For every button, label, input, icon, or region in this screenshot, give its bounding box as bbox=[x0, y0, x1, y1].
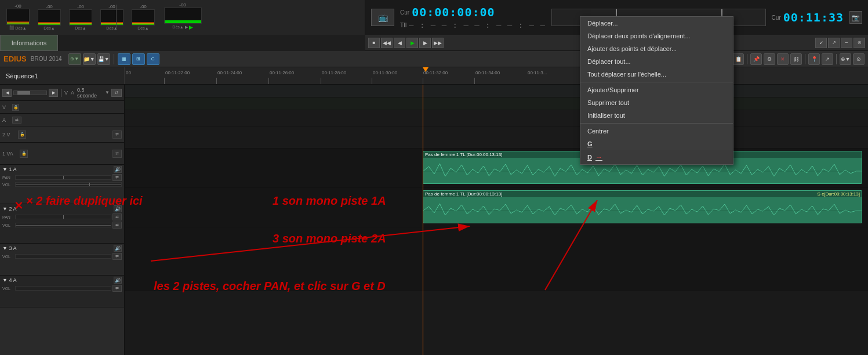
camera-icon[interactable]: 📷 bbox=[849, 11, 862, 24]
track-label-1va: 1 VA 🔒 ⇄ bbox=[0, 143, 124, 165]
clip-2a-label: Pas de femme 1 TL [Dur:00:00:13:13] bbox=[425, 191, 502, 197]
cur2-label: Cur bbox=[772, 15, 781, 21]
menu-item-deplacer-tout[interactable]: Déplacer tout... bbox=[580, 55, 733, 68]
zoom-out-btn[interactable]: − bbox=[841, 38, 852, 48]
cur2-timecode: 00:11:33 bbox=[783, 10, 844, 24]
meter-ch6: -00 Dés▲ ▶ ▶ bbox=[159, 2, 206, 30]
a-label: A bbox=[71, 90, 75, 96]
menu-separator-1 bbox=[580, 82, 733, 82]
menu-separator-2 bbox=[580, 123, 733, 124]
track-row-2v bbox=[125, 110, 868, 126]
track-row-3a bbox=[125, 227, 868, 259]
toolbar-btn-save[interactable]: 💾▼ bbox=[97, 53, 110, 65]
menu-item-ajouter-pts[interactable]: Ajouter des points et déplacer... bbox=[580, 42, 733, 55]
zoom-right-btn[interactable]: ⊕▼ bbox=[840, 53, 851, 65]
2v-sync-btn[interactable]: ⇄ bbox=[112, 131, 122, 139]
cur-timecode: 00:00:00:00 bbox=[412, 5, 495, 19]
menu-item-deplacer-2pts[interactable]: Déplacer deux points d'alignement... bbox=[580, 30, 733, 42]
settings-btn[interactable]: ⚙ bbox=[764, 53, 775, 65]
delete-btn[interactable]: ✕ bbox=[777, 53, 789, 65]
menu-item-initialiser-tout[interactable]: Initialiser tout bbox=[580, 109, 733, 122]
menu-item-deplacer[interactable]: Déplacer... bbox=[580, 17, 733, 30]
rewind-button[interactable]: ◀◀ bbox=[381, 38, 393, 48]
tl-timecode: — : — — : — — : — — : — — bbox=[409, 20, 546, 30]
capture-btn[interactable]: ⊙ bbox=[854, 38, 865, 48]
sync-icon-a[interactable]: ⇄ bbox=[12, 117, 21, 124]
2a-pan-sync[interactable]: ⇄ bbox=[112, 213, 122, 220]
1va-sync-btn[interactable]: ⇄ bbox=[112, 150, 122, 158]
meter-ch3: -00 Dés▲ bbox=[66, 4, 96, 30]
timeline-ruler: 00 00:11:22:00 00:11:24:00 00:11:26:00 0… bbox=[125, 67, 868, 84]
export-btn[interactable]: ↗ bbox=[822, 53, 833, 65]
top-bar: -00 ⬛Dés▲ -00 Dés▲ -00 bbox=[0, 0, 868, 35]
cur-label: Cur bbox=[400, 9, 409, 16]
1a-pan-sync[interactable]: ⇄ bbox=[112, 174, 122, 181]
2a-vol-sync[interactable]: ⇄ bbox=[112, 222, 122, 229]
tl-label: TIl bbox=[400, 22, 406, 28]
menu-item-centrer[interactable]: Centrer bbox=[580, 125, 733, 137]
in-point-btn[interactable]: ↙ bbox=[815, 38, 827, 48]
timeline-header: Séquence1 00 00:11:22:00 00:11:24:00 00:… bbox=[0, 67, 868, 85]
track-row-4a bbox=[125, 259, 868, 291]
sequence-label: Séquence1 bbox=[6, 73, 38, 79]
track-row-2a: Pas de femme 1 TL [Dur:00:00:13:13] S c[… bbox=[125, 188, 868, 227]
play-button[interactable]: ▶ bbox=[406, 38, 418, 48]
toolbar-btn-2[interactable]: ⊞ bbox=[132, 53, 145, 65]
paste-btn[interactable]: 📌 bbox=[750, 53, 762, 65]
toolbar-btn-3[interactable]: C bbox=[147, 53, 159, 65]
menu-item-supprimer-tout[interactable]: Supprimer tout bbox=[580, 96, 733, 109]
informations-bar[interactable]: Informations bbox=[0, 35, 58, 51]
v-label: V bbox=[64, 90, 69, 96]
step-back-button[interactable]: ◀ bbox=[394, 38, 405, 48]
edius-toolbar: EDIUS BROU 2014 ⊕▼ 📁▼ 💾▼ ▦ ⊞ C ✂ 📋 📌 ⚙ ✕… bbox=[0, 51, 868, 67]
3a-vol-sync[interactable]: ⇄ bbox=[112, 253, 122, 260]
toolbar-btn-open[interactable]: 📁▼ bbox=[83, 53, 96, 65]
menu-item-ajouter-supprimer[interactable]: Ajouter/Supprimer bbox=[580, 84, 733, 96]
project-name-label: BROU 2014 bbox=[31, 56, 62, 62]
menu-item-d[interactable]: D → bbox=[580, 150, 733, 164]
meter-ch2: -00 Dés▲ bbox=[34, 4, 64, 30]
audio-clip-2a[interactable]: Pas de femme 1 TL [Dur:00:00:13:13] S c[… bbox=[423, 190, 862, 223]
step-forward-button[interactable]: ▶ bbox=[419, 38, 431, 48]
timeline-content: Pas de femme 1 TL [Dur:00:00:13:13] // G… bbox=[125, 85, 868, 355]
2a-mute-btn[interactable]: 🔊 bbox=[114, 205, 122, 212]
track-label-4a: ▼ 4 A 🔊 VOL ⇄ bbox=[0, 276, 124, 307]
2v-lock-btn[interactable]: 🔒 bbox=[18, 131, 26, 139]
menu-item-tout-deplacer-echelle[interactable]: Tout déplacer sur l'échelle... bbox=[580, 68, 733, 81]
scroll-indicator bbox=[13, 90, 47, 95]
out-point-btn[interactable]: ↗ bbox=[828, 38, 840, 48]
informations-label: Informations bbox=[12, 39, 47, 46]
3a-mute-btn[interactable]: 🔊 bbox=[114, 245, 122, 252]
4a-vol-sync[interactable]: ⇄ bbox=[112, 285, 122, 292]
track-label-3a: ▼ 3 A 🔊 VOL ⇄ bbox=[0, 244, 124, 276]
track-row-1a: Pas de femme 1 TL [Dur:00:00:13:13] // G… bbox=[125, 148, 868, 188]
waveform-2a bbox=[423, 197, 862, 223]
track-label-v: V 🔒 bbox=[0, 101, 124, 114]
v-lock-btn[interactable]: 🔒 bbox=[12, 104, 19, 111]
fast-forward-button[interactable]: ▶▶ bbox=[432, 38, 444, 48]
main-layout: ◀ ▶ V A 0,5 seconde ▼ ⇄ V 🔒 A ⇄ 2 V bbox=[0, 85, 868, 355]
prev-frame-btn[interactable]: ◀ bbox=[2, 89, 12, 97]
1a-mute-btn[interactable]: 🔊 bbox=[114, 166, 122, 173]
track-row-a bbox=[125, 97, 868, 110]
clip-2a-label2: S c[Dur:00:00:13:13] bbox=[818, 191, 860, 197]
toolbar-btn-1[interactable]: ▦ bbox=[118, 53, 130, 65]
marker-btn[interactable]: 📍 bbox=[808, 53, 820, 65]
toolbar-btn-mode[interactable]: ⊕▼ bbox=[68, 53, 81, 65]
1va-lock-btn[interactable]: 🔒 bbox=[20, 150, 28, 158]
zoom-down-arrow[interactable]: ▼ bbox=[105, 90, 110, 95]
capture-right-btn[interactable]: ⊙ bbox=[853, 53, 865, 65]
zoom-control: ◀ ▶ V A 0,5 seconde ▼ ⇄ bbox=[0, 85, 124, 101]
menu-item-g[interactable]: G bbox=[580, 137, 733, 150]
link-btn[interactable]: ⛓ bbox=[790, 53, 802, 65]
clip-1a-label: Pas de femme 1 TL [Dur:00:00:13:13] bbox=[425, 152, 502, 157]
menu-item-d-arrow: → bbox=[595, 153, 602, 161]
meter-top-label: -00 bbox=[14, 3, 21, 9]
sync-btn[interactable]: ⇄ bbox=[111, 89, 122, 97]
zoom-label: 0,5 seconde bbox=[77, 87, 104, 99]
4a-mute-btn[interactable]: 🔊 bbox=[114, 277, 122, 284]
context-menu: Déplacer... Déplacer deux points d'align… bbox=[580, 16, 733, 165]
next-frame-btn[interactable]: ▶ bbox=[49, 89, 58, 97]
copy-btn[interactable]: 📋 bbox=[732, 53, 744, 65]
stop-button[interactable]: ■ bbox=[368, 38, 380, 48]
